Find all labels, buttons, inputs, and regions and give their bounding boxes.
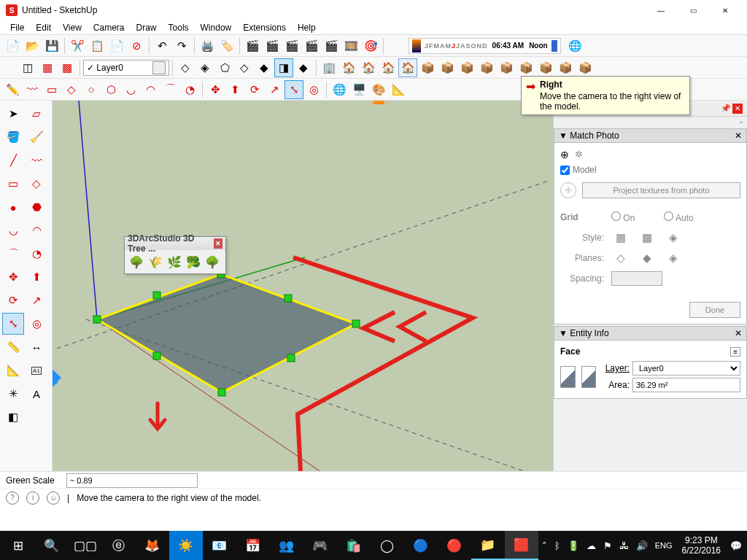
delete-icon[interactable]: ⊘	[127, 36, 146, 55]
search-icon[interactable]: 🔍	[35, 531, 69, 560]
people-icon[interactable]: 👥	[270, 531, 303, 560]
protractor-icon[interactable]: 📐	[2, 359, 24, 381]
model-checkbox[interactable]	[560, 166, 570, 175]
battery-tray-icon[interactable]: 🔋	[564, 540, 583, 551]
help-icon-3[interactable]: ☺	[47, 491, 60, 505]
styles-icon-3[interactable]: 🎨	[369, 80, 388, 99]
house-icon-12[interactable]: 📦	[536, 58, 555, 77]
menu-window[interactable]: Window	[195, 21, 238, 34]
freehand-icon[interactable]: 〰	[23, 80, 42, 99]
maximize-button[interactable]: ▭	[677, 0, 709, 20]
project-textures-button[interactable]: Project textures from photo	[582, 182, 740, 198]
house-icon-6[interactable]: 📦	[418, 58, 437, 77]
print-icon[interactable]: 🖨️	[198, 36, 217, 55]
plane-opt-2[interactable]: ◆	[638, 249, 657, 268]
house-icon-1[interactable]: 🏢	[320, 58, 338, 77]
bluetooth-icon[interactable]: ᛒ	[551, 540, 564, 551]
pushpull-icon[interactable]: ⬆	[225, 80, 244, 99]
scene-icon-3[interactable]: 🎬	[282, 36, 301, 55]
sandbox-icon-2[interactable]: ▦	[38, 58, 57, 77]
help-icon-2[interactable]: i	[26, 491, 39, 505]
undo-icon[interactable]: ↶	[152, 36, 171, 55]
area-field[interactable]	[632, 378, 740, 392]
onedrive-icon[interactable]: ☁	[583, 540, 600, 551]
opera-icon[interactable]: 🔴	[438, 531, 471, 560]
solid-tool-6-active[interactable]: ◨	[274, 58, 293, 77]
spacing-input[interactable]	[611, 271, 662, 286]
sandbox-icon-3[interactable]: ▩	[58, 58, 77, 77]
house-icon-11[interactable]: 📦	[516, 58, 535, 77]
tray-close-icon[interactable]: ✕	[732, 104, 743, 114]
calendar-icon[interactable]: 📅	[236, 531, 270, 560]
done-button[interactable]: Done	[689, 302, 740, 318]
pencil-icon[interactable]: ✏️	[3, 80, 22, 99]
house-icon-9[interactable]: 📦	[477, 58, 496, 77]
clock[interactable]: 9:23 PM 6/22/2016	[676, 535, 727, 556]
explorer-icon[interactable]: 📁	[471, 531, 505, 560]
layer-combo[interactable]: ✓ Layer0	[83, 60, 169, 76]
paste-icon[interactable]: 📄	[107, 36, 126, 55]
line-icon[interactable]: ╱	[2, 149, 24, 171]
rotate2-icon[interactable]: ⟳	[2, 289, 24, 311]
view-right-icon[interactable]: 🏠	[398, 58, 417, 77]
plane-opt-1[interactable]: ◇	[611, 249, 630, 268]
menu-camera[interactable]: Camera	[88, 21, 131, 34]
offset-icon[interactable]: ◎	[304, 80, 323, 99]
sketchup-taskbar-icon[interactable]: 🟥	[505, 531, 538, 560]
tree-icon-3[interactable]: 🌿	[166, 253, 183, 271]
scene-icon-6[interactable]: 🎞️	[341, 36, 360, 55]
scale-icon[interactable]: ⤡	[285, 80, 303, 99]
scene-icon-2[interactable]: 🎬	[263, 36, 282, 55]
scene-icon-7[interactable]: 🎯	[361, 36, 380, 55]
target-icon[interactable]: ✛	[560, 182, 576, 198]
styles-icon-4[interactable]: 📐	[389, 80, 408, 99]
match-photo-header[interactable]: ▼ Match Photo ✕	[554, 128, 747, 143]
menu-draw[interactable]: Draw	[131, 21, 163, 34]
arc-icon-3[interactable]: ⌒	[160, 80, 179, 99]
tree-icon-4[interactable]: 🥦	[185, 253, 202, 271]
move-icon[interactable]: ✥	[206, 80, 225, 99]
gear-icon[interactable]: ✲	[575, 149, 583, 160]
arc3-icon[interactable]: ◠	[26, 219, 47, 241]
tree-palette[interactable]: 3DArcStudio 3D Tree ... ✕ 🌳 🌾 🌿 🥦 🌳	[124, 236, 226, 274]
polygon2-icon[interactable]: ⬣	[26, 196, 47, 218]
sandbox-icon-1[interactable]: ◫	[18, 58, 37, 77]
lang-indicator[interactable]: ENG	[651, 541, 676, 550]
xbox-icon[interactable]: 🎮	[303, 531, 337, 560]
solid-tool-4[interactable]: ◇	[235, 58, 254, 77]
house-icon-14[interactable]: 📦	[576, 58, 595, 77]
move2-icon[interactable]: ✥	[2, 266, 24, 288]
palette-close-icon[interactable]: ✕	[214, 238, 222, 249]
styles-icon-2[interactable]: 🖥️	[349, 80, 368, 99]
scene-icon-1[interactable]: 🎬	[243, 36, 262, 55]
pie2-icon[interactable]: ◔	[26, 243, 47, 265]
rectangle-icon[interactable]: ▭	[42, 80, 61, 99]
rect2-icon[interactable]: ▭	[2, 173, 24, 195]
task-view-icon[interactable]: ▢▢	[69, 531, 102, 560]
new-file-icon[interactable]: 📄	[3, 36, 22, 55]
house-icon-10[interactable]: 📦	[497, 58, 516, 77]
cut-icon[interactable]: ✂️	[68, 36, 87, 55]
dim-icon[interactable]: ↔	[26, 336, 47, 358]
text-icon[interactable]: A1	[26, 359, 47, 381]
scene-icon-4[interactable]: 🎬	[302, 36, 321, 55]
tray-expand-icon[interactable]: ˄	[538, 540, 551, 551]
network-icon[interactable]: 🖧	[616, 540, 632, 551]
solid-tool-1[interactable]: ◇	[176, 58, 195, 77]
menu-tools[interactable]: Tools	[163, 21, 195, 34]
edge-icon[interactable]: ⓔ	[102, 531, 136, 560]
pie-icon[interactable]: ◔	[180, 80, 199, 99]
house-icon-7[interactable]: 📦	[438, 58, 457, 77]
panel-close-icon[interactable]: ✕	[735, 131, 742, 141]
groove-icon[interactable]: 🔵	[404, 531, 438, 560]
tree-icon-5[interactable]: 🌳	[204, 253, 221, 271]
pin-icon[interactable]: 📌	[721, 104, 731, 114]
arc2-icon[interactable]: ◡	[2, 219, 24, 241]
face-back-swatch[interactable]	[581, 366, 597, 388]
layer-select[interactable]: Layer0	[632, 361, 740, 376]
defender-icon[interactable]: ⚑	[600, 540, 616, 551]
house-icon-2[interactable]: 🏠	[339, 58, 358, 77]
tree-icon-2[interactable]: 🌾	[147, 253, 164, 271]
tree-icon-1[interactable]: 🌳	[128, 253, 145, 271]
eraser-icon[interactable]: 🧹	[26, 126, 47, 148]
